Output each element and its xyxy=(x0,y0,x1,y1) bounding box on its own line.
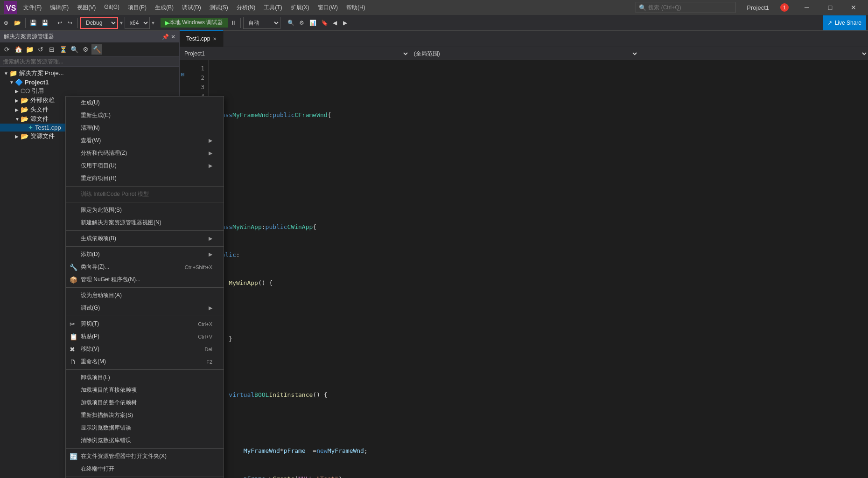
menu-git[interactable]: Git(G) xyxy=(100,2,123,14)
toolbar-extra-1[interactable]: 🔍 xyxy=(286,19,296,27)
menu-window[interactable]: 窗口(W) xyxy=(314,2,342,14)
code-content[interactable]: class MyFrameWnd :public CFrameWnd { }; … xyxy=(209,60,868,478)
nav-member-select[interactable] xyxy=(638,48,868,60)
tree-icon-project: 🔷 xyxy=(15,78,23,86)
menu-debug[interactable]: 调试(D) xyxy=(178,2,205,14)
ctx-nuget[interactable]: 📦 管理 NuGet 程序包(N)... xyxy=(66,273,224,286)
ctx-build[interactable]: 生成(U) xyxy=(66,97,224,109)
ctx-retarget[interactable]: 重定向项目(R) xyxy=(66,172,224,185)
tree-arrow-hdr: ▶ xyxy=(15,107,21,112)
toolbar-extra-3[interactable]: 📊 xyxy=(308,19,318,27)
code-line-10: } xyxy=(214,334,862,344)
ctx-add[interactable]: 添加(D) ▶ xyxy=(66,248,224,261)
ctx-clean[interactable]: 清理(N) xyxy=(66,122,224,134)
platform-select[interactable]: x64 x86 xyxy=(125,17,150,29)
toolbar-extra-2[interactable]: ⚙ xyxy=(297,19,307,27)
nav-scope-select[interactable]: (全局范围) xyxy=(409,48,639,60)
ctx-load-tree[interactable]: 加载项目的整个依赖树 xyxy=(66,396,224,409)
ctx-analyze[interactable]: 分析和代码清理(Z) ▶ xyxy=(66,147,224,159)
nav-bar: Project1 (全局范围) xyxy=(180,47,868,60)
menu-help[interactable]: 帮助(H) xyxy=(343,2,369,14)
toolbar-extra-6[interactable]: ▶ xyxy=(341,19,350,27)
debug-config-select[interactable]: Debug Release xyxy=(80,17,118,29)
ctx-sep-5 xyxy=(66,287,224,288)
ctx-open-terminal[interactable]: 在终端中打开 xyxy=(66,463,224,475)
menu-test[interactable]: 测试(S) xyxy=(206,2,232,14)
se-pin-btn[interactable]: 📌 xyxy=(162,34,169,40)
ctx-rebuild[interactable]: 重新生成(E) xyxy=(66,109,224,122)
se-collapse-btn[interactable]: ⊟ xyxy=(47,44,57,55)
live-share-button[interactable]: ↗ Live Share xyxy=(823,15,866,30)
tree-references[interactable]: ▶ ⬡⬡ 引用 xyxy=(0,86,179,96)
project-title: Project1 xyxy=(747,4,769,11)
ctx-sep-2 xyxy=(66,202,224,202)
tab-test1-cpp[interactable]: Test1.cpp ✕ xyxy=(180,30,224,47)
menu-view[interactable]: 视图(V) xyxy=(73,2,99,14)
se-close-btn[interactable]: ✕ xyxy=(171,34,175,40)
tab-close-btn[interactable]: ✕ xyxy=(213,36,217,42)
toolbar-new[interactable]: ⊕ xyxy=(2,19,11,27)
search-input[interactable] xyxy=(648,4,732,11)
tabs-bar: Test1.cpp ✕ xyxy=(180,31,868,47)
ctx-paste[interactable]: 📋 粘贴(P) Ctrl+V xyxy=(66,330,224,343)
ctx-show-db-errors[interactable]: 显示浏览数据库错误 xyxy=(66,422,224,434)
ctx-new-view[interactable]: 新建解决方案资源管理器视图(N) xyxy=(66,216,224,229)
se-home-btn[interactable]: 🏠 xyxy=(13,44,23,55)
tree-arrow-ext: ▶ xyxy=(15,98,21,103)
code-line-3 xyxy=(214,139,862,148)
code-line-12: virtual BOOL InitInstance() { xyxy=(214,390,862,400)
toolbar-save-all[interactable]: 💾 xyxy=(28,19,39,27)
ctx-rescan[interactable]: 重新扫描解决方案(S) xyxy=(66,409,224,422)
ctx-load-direct[interactable]: 加载项目的直接依赖项 xyxy=(66,384,224,396)
menu-file[interactable]: 文件(F) xyxy=(20,2,45,14)
toolbar-pause[interactable]: ⏸ xyxy=(229,19,238,27)
ctx-sep-7 xyxy=(66,369,224,370)
toolbar-extra-5[interactable]: ◀ xyxy=(331,19,340,27)
toolbar-undo[interactable]: ↩ xyxy=(56,19,65,27)
nav-project-select[interactable]: Project1 xyxy=(180,48,409,60)
menu-build[interactable]: 生成(B) xyxy=(151,2,177,14)
toolbar-open[interactable]: 📂 xyxy=(12,19,23,27)
se-filter-btn[interactable]: 🔍 xyxy=(69,44,79,55)
ctx-build-deps[interactable]: 生成依赖项(B) ▶ xyxy=(66,232,224,245)
ctx-class-wizard[interactable]: 🔧 类向导(Z)... Ctrl+Shift+X xyxy=(66,261,224,273)
menu-extensions[interactable]: 扩展(X) xyxy=(287,2,313,14)
toolbar-extra-4[interactable]: 🔖 xyxy=(319,19,330,27)
toolbar-redo[interactable]: ↪ xyxy=(66,19,75,27)
ctx-set-startup[interactable]: 设为启动项目(A) xyxy=(66,289,224,302)
ctx-remove[interactable]: ✖ 移除(V) Del xyxy=(66,343,224,355)
se-wrench-btn[interactable]: 🔨 xyxy=(91,44,102,55)
menu-analyze[interactable]: 分析(N) xyxy=(233,2,259,14)
se-refresh-btn[interactable]: ↺ xyxy=(35,44,46,55)
se-folder-btn[interactable]: 📁 xyxy=(24,44,35,55)
fold-marker-1[interactable]: ⊟ xyxy=(181,72,184,77)
close-button[interactable]: ✕ xyxy=(843,0,864,15)
ctx-project-only[interactable]: 仅用于项目(U) ▶ xyxy=(66,159,224,172)
ctx-scope[interactable]: 限定为此范围(S) xyxy=(66,204,224,216)
se-sync-btn[interactable]: ⟳ xyxy=(2,44,12,55)
ctx-unload[interactable]: 卸载项目(L) xyxy=(66,371,224,384)
minimize-button[interactable]: ─ xyxy=(796,0,818,15)
auto-select[interactable]: 自动 xyxy=(243,17,280,29)
restore-button[interactable]: □ xyxy=(819,0,841,15)
start-debug-btn[interactable]: ▶ 本地 Windows 调试器 xyxy=(161,18,228,28)
menu-tools[interactable]: 工具(T) xyxy=(260,2,286,14)
toolbar-sep-3 xyxy=(77,18,78,28)
ctx-view[interactable]: 查看(W) ▶ xyxy=(66,134,224,147)
menu-project[interactable]: 项目(P) xyxy=(124,2,150,14)
ctx-rename[interactable]: 🗋 重命名(M) F2 xyxy=(66,355,224,368)
ctx-open-folder[interactable]: 🔄 在文件资源管理器中打开文件夹(X) xyxy=(66,450,224,463)
se-settings-btn[interactable]: ⚙ xyxy=(80,44,91,55)
ctx-clear-db-errors[interactable]: 清除浏览数据库错误 xyxy=(66,434,224,447)
tree-project[interactable]: ▼ 🔷 Project1 xyxy=(0,78,179,86)
menu-edit[interactable]: 编辑(E) xyxy=(46,2,72,14)
ctx-clean-label: 清理(N) xyxy=(81,124,100,132)
ctx-cut[interactable]: ✂ 剪切(T) Ctrl+X xyxy=(66,318,224,330)
toolbar-save[interactable]: 💾 xyxy=(40,19,50,27)
tree-icon-test1: ✦ xyxy=(28,124,33,131)
ctx-nuget-icon: 📦 xyxy=(70,276,77,284)
ctx-debug[interactable]: 调试(G) ▶ xyxy=(66,302,224,314)
se-search-input[interactable] xyxy=(0,57,179,67)
tree-solution[interactable]: ▼ 📁 解决方案'Proje... xyxy=(0,69,179,78)
se-pending-btn[interactable]: ⏳ xyxy=(58,44,68,55)
